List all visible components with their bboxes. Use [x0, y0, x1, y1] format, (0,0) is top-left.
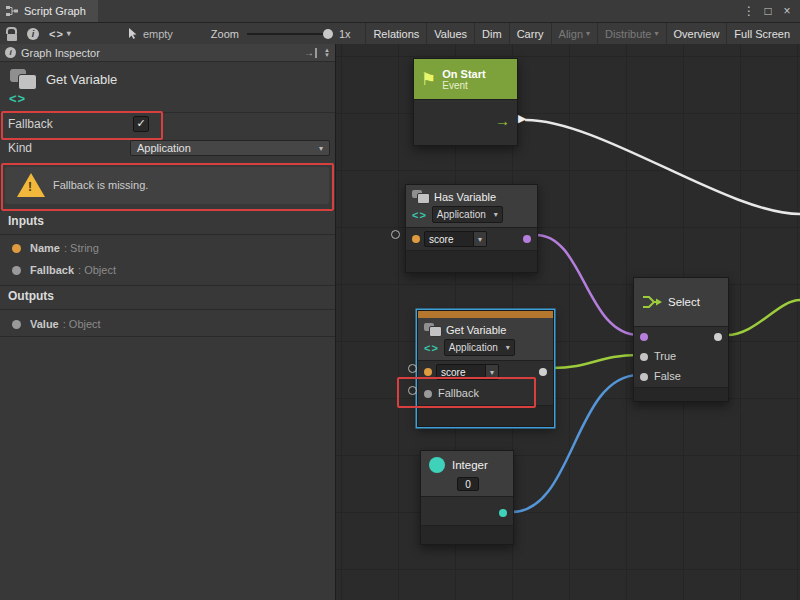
integer-value-field[interactable]: 0: [457, 477, 479, 491]
warning-text: Fallback is missing.: [53, 179, 148, 191]
kind-value: Application: [437, 209, 486, 220]
toolbar-button-carry[interactable]: Carry: [509, 23, 551, 44]
inspector-header: i Graph Inspector → ▲▼: [0, 44, 335, 62]
window-menu-icon[interactable]: ⋮: [741, 1, 757, 21]
io-type: : String: [64, 242, 99, 254]
io-name: Value: [30, 318, 59, 330]
info-glyph: i: [27, 28, 39, 40]
control-output-port[interactable]: →: [495, 112, 510, 129]
variables-icon: [10, 69, 36, 89]
kind-dropdown[interactable]: Application ▾: [130, 140, 330, 156]
io-type: : Object: [78, 264, 116, 276]
true-input-port[interactable]: [640, 353, 648, 361]
variable-kind-dropdown[interactable]: Application ▾: [444, 339, 515, 356]
field-value: score: [429, 234, 453, 245]
toolbar-buttons: Relations Values Dim Carry Align ▾ Distr…: [365, 23, 800, 44]
kind-value: Application: [449, 342, 498, 353]
name-input-port[interactable]: [424, 368, 432, 376]
maximize-icon[interactable]: □: [760, 1, 776, 21]
input-row-name: Name : String: [0, 238, 335, 258]
warning-strip: [418, 311, 553, 318]
field-dropdown[interactable]: ▾: [474, 231, 487, 247]
tab-script-graph[interactable]: Script Graph: [0, 0, 98, 22]
code-preview-icon[interactable]: <> ▾: [49, 28, 72, 40]
field-value: 0: [465, 479, 471, 490]
divider: [0, 210, 335, 211]
graph-canvas[interactable]: ⚑ On Start Event → ▶ Has Variable <> App…: [336, 44, 800, 600]
object-port-dot: [12, 266, 21, 275]
name-field[interactable]: score: [424, 231, 474, 247]
integer-output-port[interactable]: [499, 509, 507, 517]
distribute-label: Distribute: [605, 28, 651, 40]
lock-icon[interactable]: [6, 27, 17, 41]
node-title: Has Variable: [434, 191, 496, 203]
info-icon: i: [5, 47, 16, 58]
toolbar-button-fullscreen[interactable]: Full Screen: [726, 23, 800, 44]
info-toggle-icon[interactable]: i: [27, 28, 39, 40]
toolbar-button-overview[interactable]: Overview: [666, 23, 727, 44]
node-has-variable[interactable]: Has Variable <> Application ▾ score ▾: [405, 184, 538, 273]
selection-output-port[interactable]: [714, 333, 722, 341]
toolbar-button-distribute[interactable]: Distribute ▾: [597, 23, 665, 44]
false-input-port[interactable]: [640, 373, 648, 381]
toolbar-button-relations[interactable]: Relations: [365, 23, 426, 44]
field-dropdown[interactable]: ▾: [486, 364, 499, 380]
false-port-label: False: [654, 370, 681, 382]
node-footer: [634, 387, 728, 401]
selection-status: empty: [143, 28, 173, 40]
zoom-slider-track[interactable]: [247, 33, 333, 35]
zoom-slider[interactable]: [247, 27, 333, 41]
integer-icon: [429, 457, 445, 473]
unconnected-port[interactable]: [391, 230, 400, 239]
chevron-down-icon: ▾: [655, 29, 659, 38]
node-get-variable[interactable]: Get Variable <> Application ▾ score ▾ Fa…: [417, 310, 554, 427]
string-port-dot: [12, 244, 21, 253]
dock-icon[interactable]: →: [304, 48, 317, 58]
node-footer: [406, 250, 537, 272]
kind-value: Application: [137, 142, 191, 154]
condition-input-port[interactable]: [640, 333, 648, 341]
flag-icon: ⚑: [421, 71, 436, 88]
unconnected-port[interactable]: [408, 364, 417, 373]
node-footer: [421, 525, 513, 544]
zoom-label: Zoom: [211, 28, 239, 40]
unconnected-port[interactable]: [408, 386, 417, 395]
true-port-label: True: [654, 350, 676, 362]
input-row-fallback: Fallback : Object: [0, 260, 335, 280]
wire-getvariable-to-select-true[interactable]: [552, 355, 639, 368]
bool-output-port[interactable]: [523, 235, 531, 243]
chevron-down-icon: ▾: [586, 29, 590, 38]
node-integer[interactable]: Integer 0: [420, 450, 514, 545]
fallback-input-port[interactable]: [424, 390, 432, 398]
node-subtitle: Event: [442, 80, 485, 91]
scroll-arrows-icon[interactable]: ▲▼: [324, 48, 330, 58]
node-select[interactable]: Select True False: [633, 277, 729, 402]
zoom-slider-knob[interactable]: [323, 29, 333, 39]
name-input-port[interactable]: [412, 235, 420, 243]
variables-icon: [412, 190, 429, 203]
fallback-checkbox[interactable]: ✓: [133, 116, 149, 132]
unit-header: <> Get Variable: [0, 63, 335, 113]
lock-body: [7, 34, 17, 41]
node-on-start[interactable]: ⚑ On Start Event →: [413, 58, 518, 146]
titlebar: Script Graph ⋮ □ ×: [0, 0, 800, 23]
wire-control-onstart[interactable]: [526, 120, 800, 214]
code-icon: <>: [9, 91, 26, 106]
toolbar-button-values[interactable]: Values: [426, 23, 474, 44]
variables-icon: [424, 323, 441, 336]
toolbar-button-align[interactable]: Align ▾: [551, 23, 597, 44]
control-wire-start-icon: ▶: [518, 112, 526, 125]
window-controls: ⋮ □ ×: [741, 0, 800, 22]
name-field[interactable]: score: [436, 364, 486, 380]
value-output-port[interactable]: [539, 368, 547, 376]
fallback-field-row: Fallback ✓: [0, 114, 335, 136]
wire-select-output[interactable]: [727, 300, 800, 335]
unit-title: Get Variable: [46, 72, 117, 87]
toolbar-button-dim[interactable]: Dim: [474, 23, 509, 44]
divider: [0, 309, 335, 310]
chevron-down-icon: ▾: [67, 29, 72, 38]
variable-kind-dropdown[interactable]: Application ▾: [432, 206, 503, 223]
code-icon: <>: [424, 342, 439, 354]
close-icon[interactable]: ×: [779, 1, 795, 21]
io-name: Name: [30, 242, 60, 254]
